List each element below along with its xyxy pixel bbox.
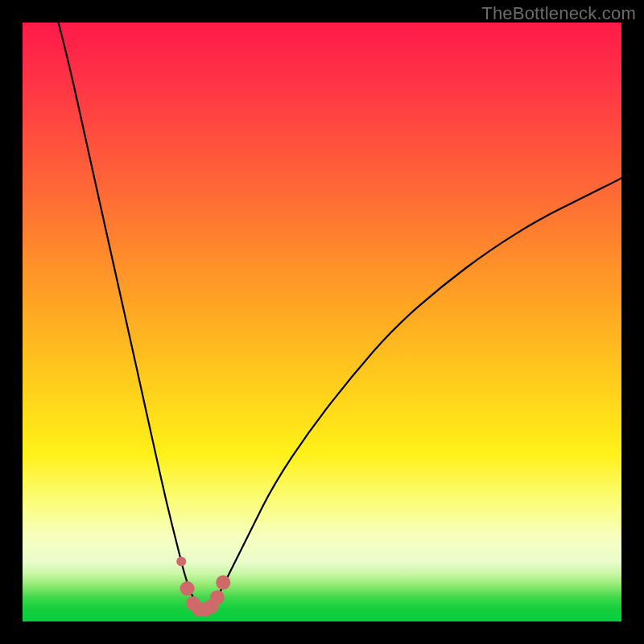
chart-frame: TheBottleneck.com	[0, 0, 644, 644]
curve-marker	[176, 557, 186, 567]
plot-area	[23, 23, 621, 621]
curve-marker	[216, 576, 230, 590]
bottleneck-curve	[59, 23, 621, 609]
curve-markers	[176, 557, 230, 617]
curve-marker	[180, 581, 195, 596]
curve-marker	[210, 590, 225, 605]
chart-svg	[23, 23, 621, 621]
watermark-text: TheBottleneck.com	[481, 3, 636, 24]
